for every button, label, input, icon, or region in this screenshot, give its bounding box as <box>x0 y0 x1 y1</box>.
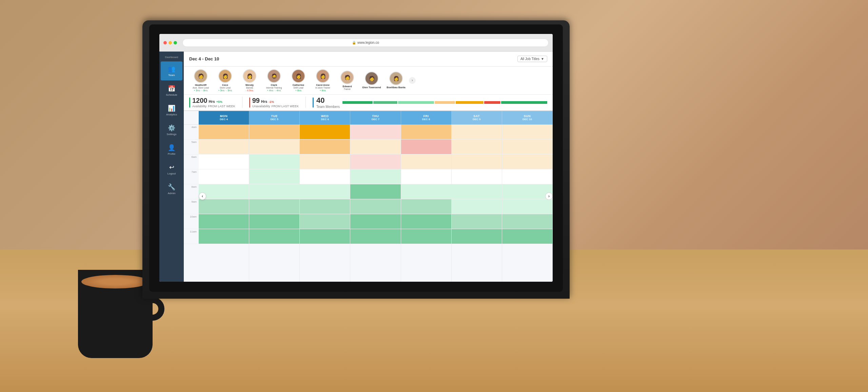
calendar-cell[interactable] <box>300 154 350 169</box>
avatar-edward[interactable]: 🧑 Edward Trainer <box>336 71 359 91</box>
calendar-cell[interactable] <box>452 169 502 184</box>
avatar-heathcliff[interactable]: 🧑 Heathcliff Asst. Store Lead + 5hrs · -… <box>189 69 212 92</box>
calendar-cell[interactable] <box>502 214 552 229</box>
calendar-cell[interactable] <box>452 184 502 199</box>
calendar-cell[interactable] <box>452 229 502 244</box>
calendar-cell[interactable] <box>452 154 502 169</box>
avatar-cece[interactable]: 👩 Cece Store Lead + 5hrs · - 5hrs <box>214 69 237 92</box>
calendar-cell[interactable] <box>249 169 299 184</box>
calendar-cell[interactable] <box>452 199 502 214</box>
filter-label: All Job Titles <box>520 57 539 61</box>
chart-seg-6 <box>484 101 500 104</box>
calendar-cell[interactable] <box>249 214 299 229</box>
maximize-button[interactable] <box>174 41 177 44</box>
avatar-wendy[interactable]: 👩 Wendy Barista - 8.5hrs <box>238 69 261 92</box>
calendar-next-button[interactable]: › <box>545 192 553 200</box>
calendar-cell[interactable] <box>300 229 350 244</box>
calendar-cell[interactable] <box>401 184 451 199</box>
close-button[interactable] <box>163 41 167 44</box>
calendar-cell[interactable] <box>502 139 552 154</box>
calendar-cell[interactable] <box>199 154 249 169</box>
calendar-cell[interactable] <box>249 139 299 154</box>
calendar-cell[interactable] <box>249 154 299 169</box>
avatar-catherine[interactable]: 👩 Catherine Shift Lead + 8hrs <box>287 69 310 92</box>
calendar-cell[interactable] <box>350 184 400 199</box>
calendar-cell[interactable] <box>502 199 552 214</box>
address-bar[interactable]: 🔒 www.legion.co <box>182 39 549 47</box>
calendar-cell[interactable] <box>249 229 299 244</box>
avatar-carolanne[interactable]: 👩 Carol Anne In-store Trainer + 8hrs <box>311 69 334 92</box>
minimize-button[interactable] <box>169 41 172 44</box>
profile-icon: 👤 <box>168 144 175 151</box>
calendar-cell[interactable] <box>350 169 400 184</box>
calendar-cell[interactable] <box>502 229 552 244</box>
calendar-cell[interactable] <box>300 169 350 184</box>
calendar-cell[interactable] <box>199 229 249 244</box>
team-indicator <box>313 97 314 108</box>
time-5am: 5am <box>184 139 199 154</box>
calendar-cell[interactable] <box>300 214 350 229</box>
calendar-cell[interactable] <box>401 125 451 139</box>
avatars-next-button[interactable]: › <box>409 77 416 84</box>
sidebar-item-profile[interactable]: 👤 Profile <box>161 140 182 159</box>
calendar-cell[interactable] <box>199 139 249 154</box>
time-4am: 4am <box>184 125 199 139</box>
calendar-cell[interactable] <box>452 139 502 154</box>
calendar-cell[interactable] <box>350 229 400 244</box>
calendar-cell[interactable] <box>502 169 552 184</box>
calendar-cell[interactable] <box>199 199 249 214</box>
calendar-cell[interactable] <box>249 184 299 199</box>
calendar-cell[interactable] <box>199 184 249 199</box>
calendar-cell[interactable] <box>502 154 552 169</box>
sidebar-item-analytics[interactable]: 📊 Analytics <box>161 101 182 120</box>
avatar-glen[interactable]: 🧑 Glen Townsend <box>360 72 383 89</box>
sidebar-item-team[interactable]: 👥 Team <box>161 61 182 80</box>
logout-icon: ↩ <box>169 164 174 171</box>
calendar-cell[interactable] <box>401 214 451 229</box>
calendar-cell[interactable] <box>199 169 249 184</box>
avatar-clark[interactable]: 🧔 Clark Internal Training + 4hrs · - 4hr… <box>262 69 285 92</box>
calendar-cell[interactable] <box>300 184 350 199</box>
calendar-cell[interactable] <box>300 199 350 214</box>
calendar-cell[interactable] <box>401 169 451 184</box>
calendar-cell[interactable] <box>300 125 350 139</box>
avatar-photo: 👩 <box>243 69 256 83</box>
calendar-cell[interactable] <box>401 139 451 154</box>
time-11am: 11am <box>184 229 199 244</box>
day-header-sat: SAT DEC 9 <box>452 111 502 125</box>
calendar-cell[interactable] <box>452 125 502 139</box>
job-filter-dropdown[interactable]: All Job Titles ▼ <box>517 56 547 62</box>
sidebar-item-settings[interactable]: ⚙️ Settings <box>161 120 182 139</box>
calendar-cell[interactable] <box>199 125 249 139</box>
member-hrs: + 5hrs · - 5hrs <box>218 89 232 92</box>
calendar-cell[interactable] <box>300 139 350 154</box>
calendar-cell[interactable] <box>452 214 502 229</box>
calendar-cell[interactable] <box>350 214 400 229</box>
day-name-thu: THU <box>372 114 379 118</box>
team-icon: 👥 <box>168 65 175 73</box>
calendar-cell[interactable] <box>199 214 249 229</box>
sidebar-item-admin[interactable]: 🔧 Admin <box>161 180 182 199</box>
calendar-cell[interactable] <box>401 229 451 244</box>
avatar-boettbau[interactable]: 👩 Boettbau Banta <box>384 72 408 89</box>
team-label: Team Members <box>316 105 340 109</box>
calendar-cell[interactable] <box>249 125 299 139</box>
calendar-cell[interactable] <box>350 199 400 214</box>
days-body <box>199 125 553 282</box>
calendar-cell[interactable] <box>401 154 451 169</box>
availability-unit: Hrs <box>209 99 215 104</box>
sidebar-item-schedule[interactable]: 📅 Schedule <box>161 81 182 100</box>
calendar-cell[interactable] <box>350 154 400 169</box>
calendar-cell[interactable] <box>249 199 299 214</box>
calendar-cell[interactable] <box>350 125 400 139</box>
sidebar-item-logout[interactable]: ↩ Logout <box>161 160 182 179</box>
calendar-cell[interactable] <box>350 139 400 154</box>
calendar-prev-button[interactable]: ‹ <box>199 192 206 200</box>
calendar-cell[interactable] <box>502 184 552 199</box>
calendar-cell[interactable] <box>401 199 451 214</box>
availability-number: 1200 <box>192 97 208 105</box>
calendar-cell[interactable] <box>502 125 552 139</box>
day-column-0 <box>199 125 249 282</box>
sidebar-team-label: Team <box>168 74 175 77</box>
member-role: Barista <box>246 87 253 89</box>
